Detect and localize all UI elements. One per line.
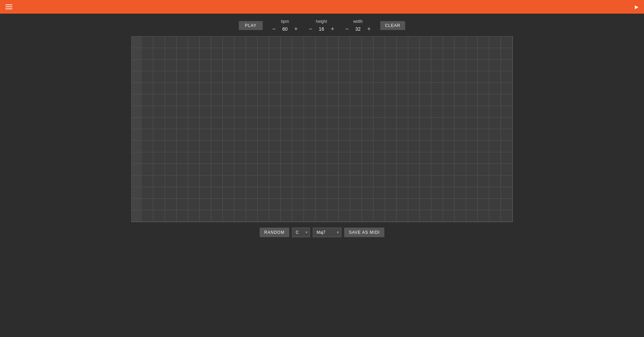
grid-cell[interactable]	[443, 141, 455, 152]
grid-cell[interactable]	[211, 106, 223, 118]
hamburger-icon[interactable]	[5, 4, 12, 9]
grid-cell[interactable]	[408, 83, 420, 94]
grid-cell[interactable]	[200, 118, 211, 129]
grid-cell[interactable]	[385, 118, 397, 129]
grid-cell[interactable]	[362, 118, 373, 129]
grid-cell[interactable]	[165, 36, 177, 48]
grid-cell[interactable]	[478, 175, 489, 187]
grid-cell[interactable]	[292, 36, 304, 48]
grid-cell[interactable]	[501, 83, 512, 94]
grid-cell[interactable]	[373, 175, 385, 187]
grid-cell[interactable]	[153, 175, 165, 187]
grid-cell[interactable]	[211, 71, 223, 83]
grid-cell[interactable]	[177, 199, 188, 210]
grid-cell[interactable]	[443, 83, 455, 94]
grid-cell[interactable]	[223, 164, 234, 175]
grid-cell[interactable]	[258, 152, 269, 164]
grid-cell[interactable]	[269, 152, 281, 164]
grid-cell[interactable]	[200, 152, 211, 164]
grid-cell[interactable]	[327, 175, 339, 187]
grid-cell[interactable]	[281, 210, 292, 222]
grid-cell[interactable]	[501, 48, 512, 60]
grid-cell[interactable]	[258, 141, 269, 152]
grid-cell[interactable]	[234, 141, 246, 152]
grid-cell[interactable]	[223, 175, 234, 187]
grid-cell[interactable]	[153, 36, 165, 48]
grid-cell[interactable]	[420, 118, 431, 129]
grid-cell[interactable]	[316, 199, 327, 210]
grid-cell[interactable]	[408, 199, 420, 210]
grid-cell[interactable]	[153, 141, 165, 152]
height-decrement-button[interactable]: −	[307, 26, 314, 32]
grid-cell[interactable]	[246, 94, 258, 106]
grid-cell[interactable]	[153, 60, 165, 71]
grid-cell[interactable]	[408, 94, 420, 106]
grid-cell[interactable]	[292, 106, 304, 118]
grid-cell[interactable]	[211, 60, 223, 71]
bpm-decrement-button[interactable]: −	[271, 26, 277, 32]
grid-cell[interactable]	[258, 94, 269, 106]
grid-cell[interactable]	[327, 164, 339, 175]
grid-cell[interactable]	[431, 164, 443, 175]
grid-cell[interactable]	[153, 210, 165, 222]
grid-cell[interactable]	[408, 187, 420, 199]
grid-cell[interactable]	[431, 175, 443, 187]
grid-cell[interactable]	[466, 152, 478, 164]
grid-cell[interactable]	[165, 71, 177, 83]
grid-cell[interactable]	[258, 106, 269, 118]
grid-cell[interactable]	[177, 141, 188, 152]
grid-cell[interactable]	[489, 106, 501, 118]
grid-cell[interactable]	[142, 187, 153, 199]
grid-cell[interactable]	[188, 118, 200, 129]
grid-cell[interactable]	[420, 106, 431, 118]
grid-cell[interactable]	[397, 175, 408, 187]
grid-cell[interactable]	[188, 210, 200, 222]
grid-cell[interactable]	[501, 187, 512, 199]
grid-cell[interactable]	[466, 36, 478, 48]
grid-cell[interactable]	[269, 175, 281, 187]
grid-cell[interactable]	[443, 129, 455, 141]
grid-cell[interactable]	[455, 106, 466, 118]
grid-cell[interactable]	[165, 187, 177, 199]
grid-cell[interactable]	[339, 106, 350, 118]
height-increment-button[interactable]: +	[329, 26, 336, 32]
grid-cell[interactable]	[397, 71, 408, 83]
grid-cell[interactable]	[501, 152, 512, 164]
grid-cell[interactable]	[188, 60, 200, 71]
grid-cell[interactable]	[397, 83, 408, 94]
grid-cell[interactable]	[211, 210, 223, 222]
grid-cell[interactable]	[223, 118, 234, 129]
grid-cell[interactable]	[269, 36, 281, 48]
grid-cell[interactable]	[153, 106, 165, 118]
grid-cell[interactable]	[200, 71, 211, 83]
grid-cell[interactable]	[489, 187, 501, 199]
grid-cell[interactable]	[362, 71, 373, 83]
grid-cell[interactable]	[200, 36, 211, 48]
grid-cell[interactable]	[269, 187, 281, 199]
grid-cell[interactable]	[304, 106, 316, 118]
grid-cell[interactable]	[316, 175, 327, 187]
grid-cell[interactable]	[281, 60, 292, 71]
grid-cell[interactable]	[258, 83, 269, 94]
grid-cell[interactable]	[304, 164, 316, 175]
grid-cell[interactable]	[153, 199, 165, 210]
grid-cell[interactable]	[292, 48, 304, 60]
grid-cell[interactable]	[223, 71, 234, 83]
grid-cell[interactable]	[373, 210, 385, 222]
save-midi-button[interactable]: SAVE AS MIDI	[344, 228, 384, 237]
grid-cell[interactable]	[385, 71, 397, 83]
grid-cell[interactable]	[489, 210, 501, 222]
grid-cell[interactable]	[258, 164, 269, 175]
grid-cell[interactable]	[304, 210, 316, 222]
grid-cell[interactable]	[420, 83, 431, 94]
grid-cell[interactable]	[339, 152, 350, 164]
grid-cell[interactable]	[153, 48, 165, 60]
grid-cell[interactable]	[489, 118, 501, 129]
scale-select[interactable]: Maj7Min7Dom7MajorMinorDorianPhrygian	[313, 228, 341, 237]
grid-cell[interactable]	[327, 94, 339, 106]
grid-cell[interactable]	[327, 71, 339, 83]
grid-cell[interactable]	[420, 129, 431, 141]
grid-cell[interactable]	[292, 152, 304, 164]
grid-cell[interactable]	[397, 94, 408, 106]
grid-cell[interactable]	[223, 48, 234, 60]
